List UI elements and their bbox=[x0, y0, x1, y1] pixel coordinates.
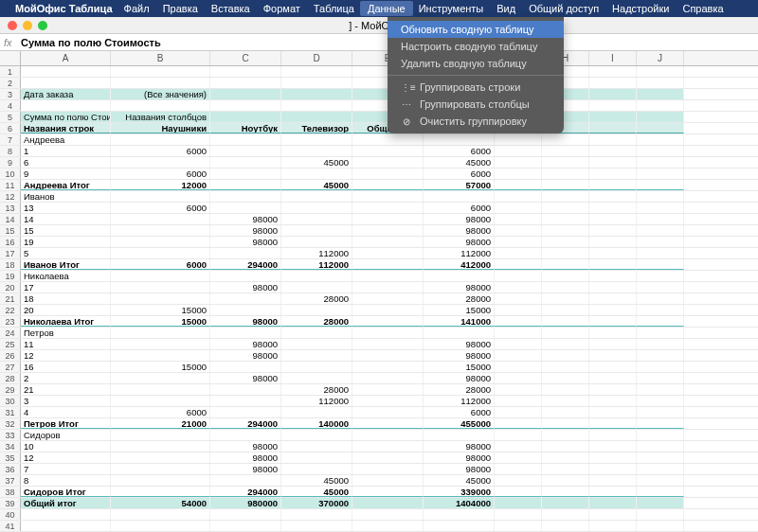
cell[interactable] bbox=[210, 134, 281, 145]
cell[interactable]: 98000 bbox=[210, 316, 281, 327]
menu-общий доступ[interactable]: Общий доступ bbox=[529, 3, 599, 14]
cell[interactable]: 455000 bbox=[424, 418, 495, 429]
cell[interactable] bbox=[352, 475, 424, 486]
col-header-J[interactable]: J bbox=[637, 51, 684, 65]
cell[interactable] bbox=[424, 191, 495, 202]
cell[interactable] bbox=[637, 521, 684, 531]
cell[interactable] bbox=[111, 464, 210, 474]
cell[interactable] bbox=[281, 214, 352, 224]
cell[interactable]: 57000 bbox=[424, 180, 495, 190]
cell[interactable] bbox=[111, 441, 210, 452]
cell[interactable]: 98000 bbox=[210, 350, 281, 361]
cell[interactable] bbox=[210, 203, 281, 213]
cell[interactable]: Николаева Итог bbox=[21, 316, 111, 327]
cell[interactable] bbox=[210, 157, 281, 168]
cell[interactable] bbox=[424, 509, 495, 520]
cell[interactable]: 6000 bbox=[111, 407, 210, 417]
cell[interactable] bbox=[637, 384, 684, 395]
cell[interactable] bbox=[281, 282, 352, 293]
cell[interactable] bbox=[495, 452, 542, 463]
cell[interactable] bbox=[210, 396, 281, 406]
cell[interactable] bbox=[352, 464, 424, 474]
cell[interactable] bbox=[589, 475, 637, 486]
cell[interactable]: 21000 bbox=[111, 418, 210, 429]
cell[interactable] bbox=[589, 123, 637, 133]
cell[interactable] bbox=[589, 498, 637, 508]
cell[interactable] bbox=[495, 180, 542, 190]
cell[interactable]: 21 bbox=[21, 384, 111, 395]
cell[interactable]: 98000 bbox=[424, 225, 495, 236]
cell[interactable]: 6 bbox=[21, 157, 111, 168]
row-header[interactable]: 4 bbox=[0, 100, 21, 111]
cell[interactable] bbox=[589, 384, 637, 395]
row-header[interactable]: 11 bbox=[0, 180, 21, 190]
cell[interactable] bbox=[352, 259, 424, 270]
cell[interactable] bbox=[495, 271, 542, 281]
cell[interactable] bbox=[352, 203, 424, 213]
cell[interactable]: 28000 bbox=[424, 293, 495, 304]
cell[interactable] bbox=[111, 350, 210, 361]
cell[interactable]: 12 bbox=[21, 452, 111, 463]
formula-bar[interactable]: fx Сумма по полю Стоимость bbox=[0, 34, 758, 51]
cell[interactable] bbox=[111, 66, 210, 77]
cell[interactable] bbox=[352, 407, 424, 417]
row-header[interactable]: 7 bbox=[0, 134, 21, 145]
cell[interactable] bbox=[637, 452, 684, 463]
cell[interactable] bbox=[281, 407, 352, 417]
cell[interactable] bbox=[637, 373, 684, 383]
row-header[interactable]: 30 bbox=[0, 396, 21, 406]
cell[interactable] bbox=[281, 168, 352, 179]
cell[interactable] bbox=[637, 214, 684, 224]
cell[interactable] bbox=[210, 521, 281, 531]
cell[interactable]: 6000 bbox=[424, 407, 495, 417]
cell[interactable]: 98000 bbox=[210, 225, 281, 236]
cell[interactable] bbox=[589, 146, 637, 156]
cell[interactable] bbox=[589, 452, 637, 463]
cell[interactable] bbox=[637, 350, 684, 361]
cell[interactable] bbox=[542, 464, 589, 474]
cell[interactable] bbox=[589, 339, 637, 349]
col-header-B[interactable]: B bbox=[111, 51, 210, 65]
cell[interactable] bbox=[542, 498, 589, 508]
cell[interactable] bbox=[589, 203, 637, 213]
cell[interactable]: 6000 bbox=[424, 146, 495, 156]
cell[interactable]: 8 bbox=[21, 475, 111, 486]
cell[interactable] bbox=[637, 225, 684, 236]
cell[interactable] bbox=[589, 396, 637, 406]
cell[interactable]: 370000 bbox=[281, 498, 352, 508]
cell[interactable] bbox=[281, 100, 352, 111]
cell[interactable]: 6000 bbox=[424, 168, 495, 179]
cell[interactable] bbox=[637, 293, 684, 304]
cell[interactable]: 15000 bbox=[111, 305, 210, 315]
cell[interactable] bbox=[210, 248, 281, 258]
cell[interactable] bbox=[495, 498, 542, 508]
cell[interactable] bbox=[637, 66, 684, 77]
row-header[interactable]: 10 bbox=[0, 168, 21, 179]
cell[interactable] bbox=[542, 146, 589, 156]
cell[interactable] bbox=[21, 521, 111, 531]
cell[interactable] bbox=[637, 407, 684, 417]
cell[interactable] bbox=[542, 475, 589, 486]
cell[interactable]: 98000 bbox=[210, 339, 281, 349]
cell[interactable] bbox=[637, 305, 684, 315]
cell[interactable] bbox=[281, 464, 352, 474]
cell[interactable] bbox=[210, 271, 281, 281]
cell[interactable] bbox=[281, 146, 352, 156]
cell[interactable] bbox=[542, 282, 589, 293]
cell[interactable] bbox=[637, 134, 684, 145]
cell[interactable] bbox=[111, 452, 210, 463]
cell[interactable]: 294000 bbox=[210, 259, 281, 270]
cell[interactable] bbox=[589, 316, 637, 327]
cell[interactable] bbox=[210, 407, 281, 417]
cell[interactable]: 45000 bbox=[281, 180, 352, 190]
cell[interactable] bbox=[589, 134, 637, 145]
row-header[interactable]: 16 bbox=[0, 237, 21, 247]
cell[interactable] bbox=[542, 418, 589, 429]
cell[interactable]: 5 bbox=[21, 248, 111, 258]
cell[interactable] bbox=[210, 100, 281, 111]
cell[interactable] bbox=[281, 225, 352, 236]
cell[interactable] bbox=[281, 203, 352, 213]
cell[interactable]: Сумма по полю Стоим bbox=[21, 112, 111, 122]
close-icon[interactable] bbox=[8, 21, 17, 30]
cell[interactable] bbox=[589, 373, 637, 383]
